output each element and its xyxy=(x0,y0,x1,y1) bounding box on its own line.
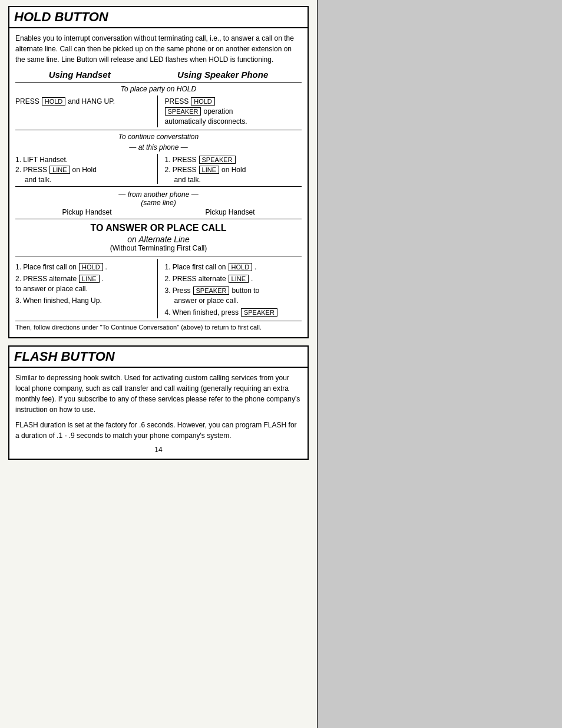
handset-s2-rest: on Hold xyxy=(72,166,97,174)
right-s4-text: 4. When finished, press xyxy=(165,308,239,317)
pickup-row: Pickup Handset Pickup Handset xyxy=(15,208,302,216)
left-s2-text: 2. PRESS alternate xyxy=(15,275,77,283)
continue-body: 1. LIFT Handset. 2. PRESS LINE on Hold a… xyxy=(15,154,302,184)
continue-speaker: 1. PRESS SPEAKER 2. PRESS LINE on Hold a… xyxy=(158,154,302,184)
left-s2-line: 2. PRESS alternate LINE . xyxy=(15,275,153,283)
hold-button-section: HOLD BUTTON Enables you to interrupt con… xyxy=(8,6,309,338)
then-text: Then, follow directions under "To Contin… xyxy=(15,324,302,331)
right-s1-btn: HOLD xyxy=(229,263,253,271)
speaker-s2-talk: and talk. xyxy=(174,176,302,184)
handset-s2-talk: and talk. xyxy=(25,176,153,184)
handset-and-label: and HANG UP. xyxy=(68,97,115,106)
speaker-press-label: PRESS xyxy=(165,97,189,106)
right-panel xyxy=(318,0,562,728)
to-place-hold-label: To place party on HOLD xyxy=(15,85,302,93)
right-s1-end: . xyxy=(254,263,256,271)
speaker-s1-press: 1. PRESS xyxy=(165,156,197,164)
left-s1-line: 1. Place first call on HOLD . xyxy=(15,263,153,271)
using-handset-header: Using Handset xyxy=(49,70,111,80)
hold-button-body: Enables you to interrupt conversation wi… xyxy=(8,27,309,338)
pickup-right: Pickup Handset xyxy=(205,208,254,216)
answer-right: 1. Place first call on HOLD . 2. PRESS a… xyxy=(158,259,302,318)
right-s2-text: 2. PRESS alternate xyxy=(165,275,226,283)
left-s2-btn: LINE xyxy=(79,275,99,283)
speaker-s1-btn: SPEAKER xyxy=(199,156,236,164)
left-s3-text: to answer or place call. xyxy=(15,285,153,293)
right-s3-line: 3. Press SPEAKER button to xyxy=(165,286,302,295)
continue-handset: 1. LIFT Handset. 2. PRESS LINE on Hold a… xyxy=(15,154,158,184)
speaker-op-line: SPEAKER operation xyxy=(165,107,302,116)
left-s3-label: 3. When finished, Hang Up. xyxy=(15,297,153,305)
speaker-place-hold: PRESS HOLD SPEAKER operation automatical… xyxy=(158,95,302,127)
right-s1-text: 1. Place first call on xyxy=(165,263,226,271)
handset-s1: 1. LIFT Handset. xyxy=(15,156,153,164)
using-speaker-header: Using Speaker Phone xyxy=(177,70,268,80)
divider4 xyxy=(15,219,302,219)
speaker-op-btn: SPEAKER xyxy=(165,107,201,116)
divider2 xyxy=(15,130,302,130)
left-s2-end: . xyxy=(102,275,104,283)
divider6 xyxy=(15,321,302,321)
speaker-s1-line: 1. PRESS SPEAKER xyxy=(165,156,302,164)
right-s1-line: 1. Place first call on HOLD . xyxy=(165,263,302,271)
hold-intro: Enables you to interrupt conversation wi… xyxy=(15,33,302,65)
right-s3-btn: SPEAKER xyxy=(193,286,230,295)
answer-body: 1. Place first call on HOLD . 2. PRESS a… xyxy=(15,259,302,318)
handset-press-label: PRESS xyxy=(15,97,39,106)
column-headers: Using Handset Using Speaker Phone xyxy=(15,70,302,80)
divider3 xyxy=(15,186,302,187)
handset-place-hold: PRESS HOLD and HANG UP. xyxy=(15,95,158,127)
right-s2-btn: LINE xyxy=(229,275,249,283)
left-s1-end: . xyxy=(105,263,107,271)
to-continue-label: To continue converstation xyxy=(15,133,302,141)
handset-s2-press: 2. PRESS xyxy=(15,166,47,174)
answer-sub: on Alternate Line xyxy=(15,235,302,244)
divider1 xyxy=(15,82,302,83)
flash-button-title: FLASH BUTTON xyxy=(8,345,309,367)
hold-button-title: HOLD BUTTON xyxy=(8,6,309,27)
speaker-s2-btn: LINE xyxy=(199,166,219,174)
right-s4-btn: SPEAKER xyxy=(241,308,277,317)
pickup-left: Pickup Handset xyxy=(62,208,111,216)
at-this-phone-label: — at this phone — xyxy=(15,143,302,151)
handset-press-hold-line: PRESS HOLD and HANG UP. xyxy=(15,97,153,106)
speaker-op-text: operation xyxy=(203,107,233,116)
right-s4-line: 4. When finished, press SPEAKER xyxy=(165,308,302,317)
speaker-hold-btn: HOLD xyxy=(191,97,215,106)
page-number: 14 xyxy=(15,446,302,454)
right-s2-end: . xyxy=(251,275,253,283)
speaker-press-hold-line: PRESS HOLD xyxy=(165,97,302,106)
flash-para2: FLASH duration is set at the factory for… xyxy=(15,420,302,441)
flash-button-section: FLASH BUTTON Similar to depressing hook … xyxy=(8,342,309,460)
handset-hold-btn: HOLD xyxy=(42,97,66,106)
speaker-auto-text: automatically disconnects. xyxy=(165,117,302,126)
flash-para1: Similar to depressing hook switch. Used … xyxy=(15,373,302,415)
speaker-s2-line: 2. PRESS LINE on Hold xyxy=(165,166,302,174)
place-hold-body: PRESS HOLD and HANG UP. PRESS HOLD SPEAK… xyxy=(15,95,302,127)
left-s1-btn: HOLD xyxy=(79,263,103,271)
answer-left: 1. Place first call on HOLD . 2. PRESS a… xyxy=(15,259,158,318)
handset-s2-btn: LINE xyxy=(49,166,70,174)
main-content: HOLD BUTTON Enables you to interrupt con… xyxy=(0,0,318,728)
answer-paren: (Without Terminating First Call) xyxy=(15,244,302,252)
from-another-label: — from another phone — (same line) xyxy=(15,190,302,207)
right-s2-line: 2. PRESS alternate LINE . xyxy=(165,275,302,283)
speaker-s2-press: 2. PRESS xyxy=(165,166,197,174)
right-s3-sub: answer or place call. xyxy=(174,297,302,305)
divider5 xyxy=(15,256,302,256)
speaker-s2-rest: on Hold xyxy=(222,166,246,174)
answer-title: TO ANSWER OR PLACE CALL xyxy=(15,223,302,233)
right-s3-rest: button to xyxy=(232,286,259,295)
left-s1-text: 1. Place first call on xyxy=(15,263,77,271)
flash-button-body: Similar to depressing hook switch. Used … xyxy=(8,367,309,460)
right-s3-text: 3. Press xyxy=(165,286,191,295)
handset-s2-line: 2. PRESS LINE on Hold xyxy=(15,166,153,174)
